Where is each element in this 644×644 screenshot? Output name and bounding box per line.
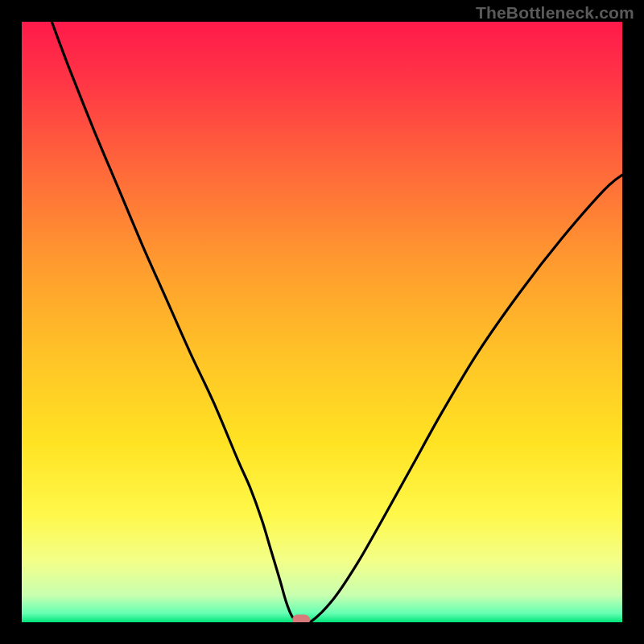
- plot-area: [22, 22, 622, 622]
- bottleneck-curve-path: [52, 22, 622, 622]
- chart-frame: TheBottleneck.com: [0, 0, 644, 644]
- curve-layer: [22, 22, 622, 622]
- watermark-text: TheBottleneck.com: [476, 3, 634, 23]
- minimum-marker: [292, 615, 310, 622]
